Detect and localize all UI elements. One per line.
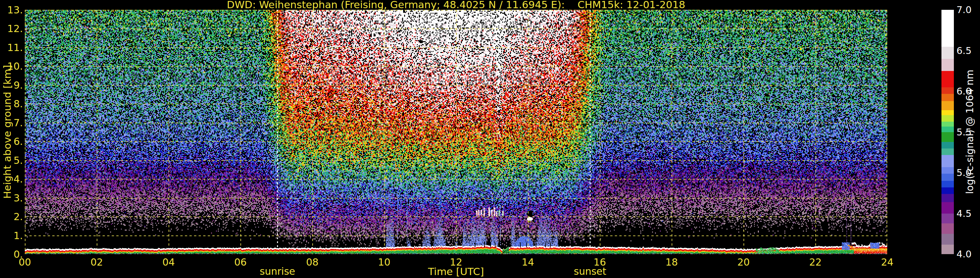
y-tick-label: 4. [0, 173, 23, 185]
page-title: DWD: Weihenstephan (Freising, Germany; 4… [25, 0, 887, 9]
y-tick-label: 7. [0, 117, 23, 128]
annotation-sunrise: sunrise [260, 265, 295, 277]
y-tick-label: 12. [0, 23, 23, 34]
heatmap-canvas [25, 10, 887, 254]
y-tick-label: 5. [0, 154, 23, 166]
y-tick-label: 2. [0, 211, 23, 222]
colorbar-tick-label: 4.5 [956, 208, 972, 219]
y-tick-label: 13. [0, 4, 23, 16]
ceilometer-quicklook-figure: DWD: Weihenstephan (Freising, Germany; 4… [0, 0, 980, 278]
y-tick-label: 10. [0, 61, 23, 72]
y-tick-label: 11. [0, 42, 23, 53]
colorbar-label: log(rc-signal) @ 1064 nm [964, 70, 975, 194]
x-axis-label: Time [UTC] [25, 265, 887, 277]
colorbar-canvas [942, 10, 954, 254]
y-tick-label: 8. [0, 98, 23, 110]
y-tick-label: 9. [0, 79, 23, 91]
y-tick-label: 3. [0, 192, 23, 203]
colorbar-tick-label: 6.5 [956, 45, 972, 56]
colorbar-tick-label: 4.0 [956, 249, 972, 260]
y-tick-label: 6. [0, 136, 23, 147]
y-tick-label: 1. [0, 230, 23, 241]
annotation-sunset: sunset [574, 265, 607, 277]
colorbar-tick-label: 7.0 [956, 4, 972, 15]
